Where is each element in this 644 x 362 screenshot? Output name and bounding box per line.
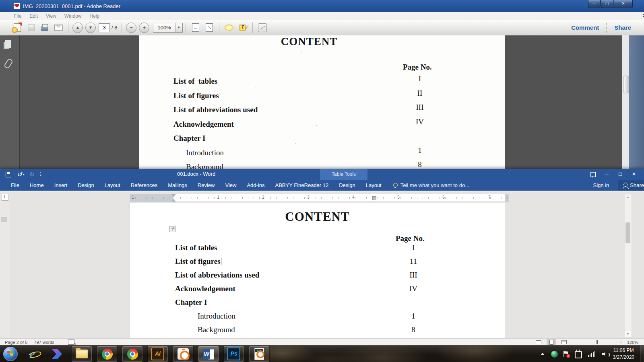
- taskbar-item-internet-explorer[interactable]: e: [22, 346, 42, 362]
- web-layout-button[interactable]: [559, 339, 569, 346]
- vertical-ruler[interactable]: [0, 194, 10, 337]
- pdf-toc-label: List of figures: [173, 91, 219, 100]
- comment-tool-button[interactable]: [223, 22, 235, 33]
- adobe-maximize-button[interactable]: ▢: [601, 0, 613, 8]
- email-button[interactable]: [52, 22, 64, 33]
- taskbar-item-icon-editor[interactable]: [249, 346, 270, 362]
- ribbon-tab[interactable]: Home: [25, 180, 49, 191]
- highlight-tool-button[interactable]: [237, 22, 249, 33]
- zoom-level-dropdown[interactable]: 100%: [153, 23, 182, 33]
- share-button[interactable]: Share: [618, 180, 644, 191]
- ribbon-tab[interactable]: Design: [72, 180, 99, 191]
- ribbon-tab[interactable]: Insert: [49, 180, 73, 191]
- word-minimize-button[interactable]: [600, 169, 613, 180]
- volume-speaker-icon[interactable]: [602, 351, 608, 357]
- taskbar-item-screen-capture[interactable]: [173, 346, 194, 362]
- redo-icon[interactable]: [29, 171, 34, 178]
- tab-stop-selector[interactable]: [2, 194, 8, 201]
- page-number-input[interactable]: [99, 23, 110, 32]
- fit-width-button[interactable]: [190, 22, 202, 33]
- comment-pane-button[interactable]: Comment: [564, 24, 606, 31]
- print-button[interactable]: [39, 22, 51, 33]
- zoom-out-button[interactable]: −: [126, 23, 136, 33]
- scroll-up-icon[interactable]: [625, 194, 631, 200]
- next-page-button[interactable]: ▼: [85, 23, 96, 33]
- clock-time: 11:06 PM: [613, 347, 634, 354]
- ribbon-tab[interactable]: Add-ins: [242, 180, 270, 191]
- zoom-slider[interactable]: [579, 342, 616, 342]
- scroll-down-icon[interactable]: [625, 331, 631, 337]
- network-signal-icon[interactable]: [588, 351, 596, 357]
- ribbon-tab[interactable]: File: [6, 180, 25, 191]
- ribbon-tab[interactable]: Review: [192, 180, 220, 191]
- ribbon-tab[interactable]: Layout: [99, 180, 126, 191]
- menubar-close-icon[interactable]: ✕: [642, 13, 644, 19]
- fit-page-button[interactable]: [203, 22, 215, 33]
- zoom-in-button[interactable]: ＋: [139, 23, 149, 33]
- taskbar-item-photoshop[interactable]: [223, 346, 244, 362]
- power-plug-icon[interactable]: [575, 351, 582, 358]
- adobe-menu-item[interactable]: Window: [60, 13, 86, 19]
- share-pane-button[interactable]: Share: [607, 24, 638, 31]
- show-desktop-button[interactable]: [640, 346, 644, 362]
- ribbon-tab[interactable]: References: [126, 180, 163, 191]
- ribbon-tab[interactable]: ABBYY FineReader 12: [270, 180, 334, 191]
- page-thumbnails-icon[interactable]: [5, 40, 11, 48]
- taskbar-item-word[interactable]: [198, 346, 219, 362]
- sign-in-link[interactable]: Sign in: [593, 182, 609, 188]
- download-manager-tray-icon[interactable]: [551, 351, 558, 358]
- taskbar-item-chrome-1[interactable]: [97, 346, 118, 362]
- save-icon[interactable]: [6, 172, 11, 177]
- hanging-indent-marker[interactable]: [171, 199, 176, 202]
- taskbar-item-illustrator[interactable]: [147, 346, 168, 362]
- zoom-out-button[interactable]: −: [571, 339, 576, 345]
- adobe-menu-item[interactable]: File: [10, 13, 25, 19]
- scrollbar-thumb[interactable]: [623, 76, 629, 93]
- ribbon-context-tab[interactable]: Design: [334, 180, 360, 191]
- tell-me-box[interactable]: Tell me what you want to do...: [393, 182, 469, 188]
- adobe-menu-item[interactable]: Edit: [25, 13, 42, 19]
- ribbon-tab[interactable]: View: [220, 180, 242, 191]
- taskbar-item-media-player[interactable]: [47, 346, 67, 362]
- first-line-indent-marker[interactable]: [171, 194, 176, 197]
- scrollbar-thumb[interactable]: [625, 222, 630, 243]
- table-move-handle[interactable]: [169, 226, 175, 232]
- status-page-count[interactable]: Page 2 of 5: [0, 340, 31, 345]
- fullscreen-button[interactable]: [256, 22, 268, 33]
- adobe-close-button[interactable]: ✕: [614, 0, 633, 8]
- action-center-flag-icon[interactable]: [563, 351, 569, 357]
- ribbon-context-tab[interactable]: Layout: [361, 180, 387, 191]
- zoom-slider-thumb[interactable]: [597, 340, 598, 344]
- start-button[interactable]: [3, 347, 18, 361]
- taskbar-item-file-explorer[interactable]: [71, 346, 92, 362]
- previous-page-button[interactable]: ▲: [72, 23, 83, 33]
- adobe-menu-item[interactable]: Help: [86, 13, 104, 19]
- taskbar-item-chrome-2[interactable]: [122, 346, 143, 362]
- attachments-paperclip-icon[interactable]: [4, 58, 14, 69]
- ribbon-tab[interactable]: Mailings: [163, 180, 192, 191]
- word-vertical-scrollbar[interactable]: [625, 194, 632, 337]
- horizontal-ruler[interactable]: 11234567: [130, 194, 509, 202]
- undo-icon[interactable]: [17, 171, 22, 178]
- print-layout-button[interactable]: [547, 339, 556, 346]
- zoom-in-button[interactable]: +: [618, 339, 624, 345]
- word-document-page[interactable]: CONTENT Page No. List of tables I List o…: [130, 203, 505, 339]
- adobe-menu-item[interactable]: View: [42, 13, 60, 19]
- word-close-button[interactable]: [627, 169, 641, 180]
- save-button[interactable]: [25, 22, 37, 33]
- undo-dropdown-icon[interactable]: [23, 173, 25, 176]
- table-column-marker[interactable]: [372, 196, 376, 200]
- zoom-percentage[interactable]: 120%: [624, 340, 644, 345]
- ribbon-display-options-button[interactable]: [586, 169, 600, 180]
- tray-clock[interactable]: 11:06 PM 3/27/2020: [613, 347, 634, 361]
- show-hidden-icons-chevron[interactable]: [541, 353, 545, 355]
- proofing-error-icon[interactable]: [68, 339, 74, 345]
- word-maximize-button[interactable]: [613, 169, 627, 180]
- adobe-vertical-scrollbar[interactable]: [622, 35, 629, 174]
- read-mode-button[interactable]: [534, 339, 543, 346]
- adobe-minimize-button[interactable]: —: [588, 0, 601, 8]
- status-word-count[interactable]: 797 words: [31, 340, 58, 345]
- chevron-down-icon[interactable]: [175, 23, 182, 32]
- customize-qat-icon[interactable]: [40, 172, 41, 177]
- open-file-button[interactable]: [11, 22, 23, 33]
